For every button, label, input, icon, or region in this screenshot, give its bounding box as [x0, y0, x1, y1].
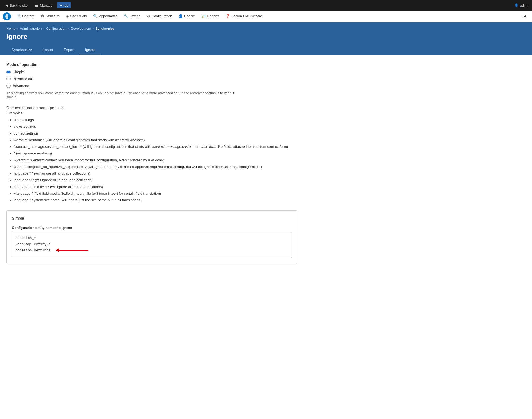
config-line-3-with-arrow: cohesion,settings [15, 247, 288, 253]
nav-structure[interactable]: 🏛 Structure [38, 11, 63, 22]
drupal-logo[interactable] [3, 12, 11, 21]
site-studio-icon: ◈ [66, 14, 69, 18]
configuration-icon: ⚙ [147, 14, 150, 18]
list-item: ~webform.webform.contact (will force imp… [14, 158, 297, 163]
list-item: language.*|system.site:name (will ignore… [14, 198, 297, 203]
breadcrumb-synchronize: Synchronize [95, 26, 114, 30]
config-textarea-display: cohesion_* language,entity.* cohesion,se… [12, 232, 292, 258]
manage-button[interactable]: ☰ Manage [32, 2, 55, 8]
top-toolbar: ◀ Back to site ☰ Manage ≡ Ide 👤 admin [0, 0, 532, 11]
tab-import[interactable]: Import [37, 45, 58, 55]
nav-acquia[interactable]: ❓ Acquia CMS Wizard [222, 11, 265, 22]
one-per-line: One configuration name per line. [6, 105, 526, 110]
nav-appearance[interactable]: 🔍 Appearance [90, 11, 121, 22]
list-item: webform.webform.* (will ignore all confi… [14, 137, 297, 143]
tab-ignore[interactable]: Ignore [80, 45, 101, 55]
arrow-head [56, 248, 59, 252]
content-icon: 📄 [16, 14, 21, 18]
arrow-left-icon: ◀ [5, 3, 8, 7]
breadcrumb-configuration[interactable]: Configuration [46, 26, 66, 30]
mode-radio-group: Simple Intermediate Advanced [6, 70, 526, 88]
breadcrumb-development[interactable]: Development [71, 26, 91, 30]
list-item: ~language.fr|field.field.media.file.fiel… [14, 191, 297, 196]
radio-simple-input[interactable] [6, 70, 11, 74]
menu-icon: ☰ [35, 3, 38, 7]
appearance-icon: 🔍 [93, 14, 98, 18]
nav-people[interactable]: 👤 People [175, 11, 198, 22]
mode-help-text: This setting controls how complicated th… [6, 91, 245, 99]
radio-intermediate[interactable]: Intermediate [6, 77, 526, 81]
list-item: language.fr|* (will ignore all fr langua… [14, 177, 297, 183]
red-arrow-annotation [54, 247, 88, 253]
nav-extend[interactable]: 🔧 Extend [121, 11, 143, 22]
tab-synchronize[interactable]: Synchronize [6, 45, 37, 55]
nav-content[interactable]: 📄 Content [13, 11, 38, 22]
nav-reports[interactable]: 📊 Reports [198, 11, 223, 22]
breadcrumb-administration[interactable]: Administration [20, 26, 42, 30]
nav-bar: 📄 Content 🏛 Structure ◈ Site Studio 🔍 Ap… [0, 11, 532, 22]
simple-section-box: Simple Configuration entity names to ign… [6, 210, 297, 264]
config-textarea-wrapper: cohesion_* language,entity.* cohesion,se… [12, 232, 292, 258]
extend-icon: 🔧 [124, 14, 128, 18]
config-field-label: Configuration entity names to ignore [12, 226, 292, 230]
reports-icon: 📊 [201, 14, 206, 18]
config-line-2: language,entity.* [15, 241, 288, 247]
examples-label: Examples: [6, 111, 526, 115]
list-icon: ≡ [60, 3, 62, 7]
back-to-site-button[interactable]: ◀ Back to site [3, 2, 30, 8]
list-item: language.fr|field.field.* (will ignore a… [14, 184, 297, 190]
nav-site-studio[interactable]: ◈ Site Studio [63, 11, 90, 22]
nav-extra[interactable]: |◀ [520, 11, 529, 22]
arrow-shaft [59, 250, 88, 251]
breadcrumb: Home › Administration › Configuration › … [6, 26, 526, 30]
acquia-icon: ❓ [226, 14, 230, 18]
structure-icon: 🏛 [41, 14, 44, 18]
header-tabs: Synchronize Import Export Ignore [6, 45, 526, 55]
ide-button[interactable]: ≡ Ide [57, 2, 71, 8]
list-item: language.*|* (will ignore all language c… [14, 171, 297, 176]
main-content: Mode of operation Simple Intermediate Ad… [0, 55, 532, 271]
list-item: contact.settings [14, 131, 297, 136]
simple-box-title: Simple [12, 216, 292, 220]
list-item: user.settings [14, 117, 297, 123]
examples-list: user.settings views.settings contact.set… [6, 117, 297, 203]
page-header: Home › Administration › Configuration › … [0, 22, 532, 55]
radio-advanced-input[interactable] [6, 84, 11, 88]
radio-advanced[interactable]: Advanced [6, 84, 526, 88]
tab-export[interactable]: Export [58, 45, 80, 55]
radio-intermediate-input[interactable] [6, 77, 11, 81]
user-icon: 👤 [514, 3, 519, 7]
people-icon: 👤 [178, 14, 183, 18]
breadcrumb-home[interactable]: Home [6, 26, 16, 30]
admin-user: 👤 admin [514, 3, 529, 7]
mode-section-title: Mode of operation [6, 63, 526, 67]
page-title: Ignore [6, 33, 526, 41]
list-item: user.mail:register_no_approval_required.… [14, 164, 297, 170]
list-item: *.contact_message.custom_contact_form.* … [14, 144, 297, 149]
config-line-1: cohesion_* [15, 235, 288, 241]
list-item: views.settings [14, 124, 297, 129]
nav-configuration[interactable]: ⚙ Configuration [144, 11, 175, 22]
list-item: * (will ignore everything) [14, 151, 297, 156]
radio-simple[interactable]: Simple [6, 70, 526, 74]
